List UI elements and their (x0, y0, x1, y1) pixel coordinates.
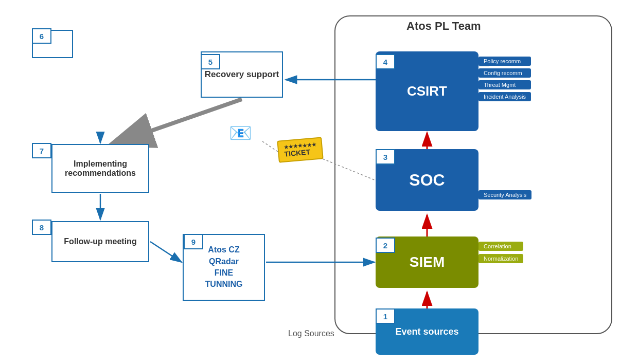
num-6: 6 (32, 28, 51, 44)
followup-label: Follow-up meeting (64, 237, 136, 246)
email-icon: 📧 (229, 122, 252, 144)
num-8: 8 (32, 220, 51, 235)
qradar-line4: TUNNING (205, 279, 243, 290)
log-sources-label: Log Sources (288, 329, 334, 338)
num-5: 5 (201, 54, 220, 69)
num-9: 9 (184, 234, 203, 249)
siem-tag-correlation: Correlation (478, 242, 523, 251)
csirt-tag-incident: Incident Analysis (478, 92, 531, 101)
num-2: 2 (376, 238, 395, 253)
svg-line-13 (262, 141, 278, 152)
recovery-support-label: Recovery support (205, 69, 279, 80)
csirt-tag-config: Config recomm (478, 68, 531, 78)
diagram-container: Atos PL Team (0, 0, 638, 364)
siem-tag-normalization: Normalization (478, 254, 523, 263)
implementing-recommendations-box: Implementing recommendations (51, 144, 149, 193)
svg-line-11 (150, 242, 182, 262)
atos-team-label: Atos PL Team (406, 20, 481, 33)
soc-label: SOC (409, 171, 445, 190)
soc-tag-security: Security Analysis (478, 190, 531, 199)
event-sources-label: Event sources (395, 326, 458, 337)
siem-tags: Correlation Normalization (478, 242, 523, 263)
ticket-icon: ★★★★★★★ TICKET (277, 137, 323, 162)
csirt-tag-threat: Threat Mgmt (478, 80, 531, 89)
followup-box: Follow-up meeting (51, 221, 149, 262)
siem-label: SIEM (410, 254, 445, 270)
qradar-line1: Atos CZ (208, 244, 239, 256)
soc-tags: Security Analysis (478, 190, 531, 199)
num-1: 1 (376, 308, 395, 324)
num-3: 3 (376, 149, 395, 165)
csirt-tag-policy: Policy recomm (478, 57, 531, 66)
num-4: 4 (376, 54, 395, 69)
implementing-label: Implementing recommendations (52, 159, 148, 178)
svg-line-8 (113, 99, 242, 144)
ticket-label: TICKET (284, 148, 311, 158)
csirt-tags: Policy recomm Config recomm Threat Mgmt … (478, 57, 531, 101)
qradar-line3: FINE (215, 267, 233, 279)
num-7: 7 (32, 143, 51, 158)
csirt-label: CSIRT (407, 83, 447, 99)
qradar-line2: QRadar (209, 256, 239, 267)
